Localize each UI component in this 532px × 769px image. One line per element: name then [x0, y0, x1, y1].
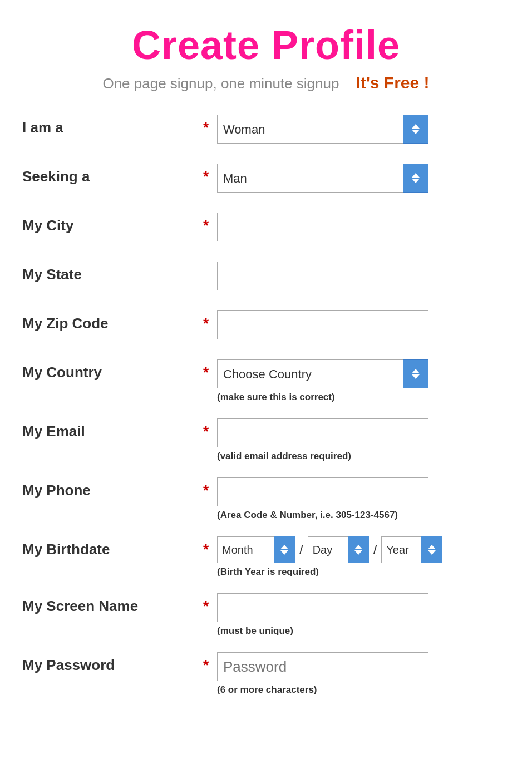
my-email-input[interactable]	[217, 418, 428, 447]
select-wrapper-i-am-a: Woman Man	[217, 115, 428, 144]
form-row-my-country: My Country * Choose Country United State…	[22, 359, 510, 403]
input-wrapper-my-password: (6 or more characters)	[217, 652, 510, 696]
subtitle-row: One page signup, one minute signup It's …	[22, 73, 510, 92]
my-screen-name-input[interactable]	[217, 593, 428, 622]
form-row-my-city: My City *	[22, 213, 510, 246]
input-wrapper-seeking-a: Man Woman	[217, 164, 510, 193]
month-select-wrapper: Month January February March April May J…	[217, 536, 295, 563]
form-row-my-phone: My Phone * (Area Code & Number, i.e. 305…	[22, 477, 510, 521]
my-screen-name-hint: (must be unique)	[217, 625, 510, 637]
form-row-my-zip-code: My Zip Code *	[22, 310, 510, 344]
input-wrapper-i-am-a: Woman Man	[217, 115, 510, 144]
year-select[interactable]: Year	[381, 536, 442, 563]
my-phone-input[interactable]	[217, 477, 428, 506]
label-my-screen-name: My Screen Name	[22, 593, 195, 615]
select-wrapper-seeking-a: Man Woman	[217, 164, 428, 193]
required-my-state	[195, 262, 217, 266]
label-seeking-a: Seeking a	[22, 164, 195, 185]
label-my-birthdate: My Birthdate	[22, 536, 195, 558]
day-select[interactable]: Day 12345 678910 1112131415 1617181920 2…	[308, 536, 369, 563]
subtitle-text: One page signup, one minute signup	[102, 75, 339, 92]
date-separator-2: /	[372, 542, 378, 558]
required-my-phone: *	[195, 477, 217, 499]
input-wrapper-my-email: (valid email address required)	[217, 418, 510, 462]
input-wrapper-my-state	[217, 262, 510, 290]
form-row-my-email: My Email * (valid email address required…	[22, 418, 510, 462]
form-row-my-birthdate: My Birthdate * Month January February Ma…	[22, 536, 510, 578]
my-email-hint: (valid email address required)	[217, 451, 510, 462]
input-wrapper-my-zip-code	[217, 310, 510, 339]
required-i-am-a: *	[195, 115, 217, 136]
required-my-country: *	[195, 359, 217, 381]
input-wrapper-my-phone: (Area Code & Number, i.e. 305-123-4567)	[217, 477, 510, 521]
my-birthdate-hint: (Birth Year is required)	[217, 566, 510, 578]
label-my-phone: My Phone	[22, 477, 195, 499]
label-my-password: My Password	[22, 652, 195, 674]
my-zip-code-input[interactable]	[217, 310, 428, 339]
birthdate-row: Month January February March April May J…	[217, 536, 510, 563]
required-my-city: *	[195, 213, 217, 234]
required-my-screen-name: *	[195, 593, 217, 615]
required-my-password: *	[195, 652, 217, 674]
my-country-select[interactable]: Choose Country United States Canada Unit…	[217, 359, 428, 388]
my-password-hint: (6 or more characters)	[217, 684, 510, 696]
year-select-wrapper: Year	[381, 536, 442, 563]
input-wrapper-my-country: Choose Country United States Canada Unit…	[217, 359, 510, 403]
my-password-input[interactable]	[217, 652, 428, 681]
form-row-my-password: My Password * (6 or more characters)	[22, 652, 510, 696]
seeking-a-select[interactable]: Man Woman	[217, 164, 428, 193]
form-row-my-state: My State	[22, 262, 510, 295]
required-my-birthdate: *	[195, 536, 217, 558]
label-my-email: My Email	[22, 418, 195, 440]
label-my-country: My Country	[22, 359, 195, 381]
required-my-zip-code: *	[195, 310, 217, 332]
day-select-wrapper: Day 12345 678910 1112131415 1617181920 2…	[308, 536, 369, 563]
my-phone-hint: (Area Code & Number, i.e. 305-123-4567)	[217, 510, 510, 521]
input-wrapper-my-screen-name: (must be unique)	[217, 593, 510, 637]
label-i-am-a: I am a	[22, 115, 195, 136]
input-wrapper-my-birthdate: Month January February March April May J…	[217, 536, 510, 578]
my-state-input[interactable]	[217, 262, 428, 290]
select-wrapper-my-country: Choose Country United States Canada Unit…	[217, 359, 428, 388]
required-my-email: *	[195, 418, 217, 440]
my-country-hint: (make sure this is correct)	[217, 392, 510, 403]
label-my-zip-code: My Zip Code	[22, 310, 195, 332]
page-title: Create Profile	[22, 22, 510, 68]
label-my-state: My State	[22, 262, 195, 283]
i-am-a-select[interactable]: Woman Man	[217, 115, 428, 144]
input-wrapper-my-city	[217, 213, 510, 241]
label-my-city: My City	[22, 213, 195, 234]
free-label: It's Free !	[356, 73, 429, 92]
form-row-seeking-a: Seeking a * Man Woman	[22, 164, 510, 197]
month-select[interactable]: Month January February March April May J…	[217, 536, 295, 563]
form-row-my-screen-name: My Screen Name * (must be unique)	[22, 593, 510, 637]
my-city-input[interactable]	[217, 213, 428, 241]
required-seeking-a: *	[195, 164, 217, 185]
date-separator-1: /	[298, 542, 304, 558]
form-row-i-am-a: I am a * Woman Man	[22, 115, 510, 148]
